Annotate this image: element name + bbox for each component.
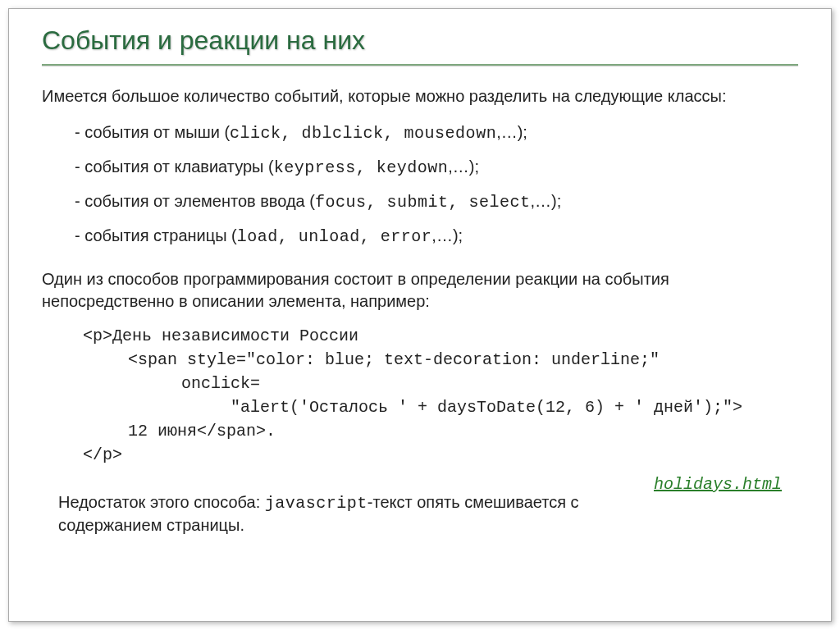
event-label: - события страницы ( — [75, 226, 237, 244]
slide-title: События и реакции на них — [42, 25, 798, 56]
code-line: </p> — [83, 445, 122, 464]
code-line: 12 июня</span>. — [83, 419, 798, 443]
event-tail: ,…); — [531, 192, 562, 210]
event-names: load, unload, error — [237, 227, 432, 246]
slide: События и реакции на них Имеется большое… — [8, 8, 832, 622]
code-line: "alert('Осталось ' + daysToDate(12, 6) +… — [83, 395, 798, 419]
code-line: onclick= — [83, 372, 798, 395]
event-names: keypress, keydown — [274, 158, 449, 177]
code-line: <p>День независимости России — [83, 326, 358, 345]
list-item: - события от мыши (click, dblclick, mous… — [75, 119, 798, 147]
event-tail: ,…); — [496, 123, 527, 141]
list-item: - события от элементов ввода (focus, sub… — [75, 188, 798, 216]
list-item: - события страницы (load, unload, error,… — [75, 222, 798, 250]
disadvantage-paragraph: Недостаток этого способа: javascript-тек… — [58, 491, 583, 536]
code-example: <p>День независимости России <span style… — [83, 324, 798, 467]
event-classes-list: - события от мыши (click, dblclick, mous… — [75, 119, 798, 250]
event-label: - события от мыши ( — [75, 123, 230, 141]
list-item: - события от клавиатуры (keypress, keydo… — [75, 153, 798, 181]
disadvantage-pre: Недостаток этого способа: — [58, 493, 265, 511]
disadvantage-code: javascript — [265, 494, 368, 513]
event-names: click, dblclick, mousedown — [230, 124, 496, 143]
event-tail: ,…); — [448, 158, 479, 176]
event-names: focus, submit, select — [315, 193, 531, 212]
code-line: <span style="color: blue; text-decoratio… — [83, 348, 798, 372]
intro-paragraph: Имеется большое количество событий, кото… — [42, 85, 798, 107]
event-tail: ,…); — [431, 226, 463, 244]
event-label: - события от элементов ввода ( — [75, 192, 315, 210]
holidays-link[interactable]: holidays.html — [654, 475, 782, 494]
title-rule — [42, 64, 798, 66]
method-paragraph: Один из способов программирования состои… — [42, 268, 798, 313]
bottom-row: holidays.html Недостаток этого способа: … — [42, 491, 798, 536]
event-label: - события от клавиатуры ( — [75, 158, 274, 176]
